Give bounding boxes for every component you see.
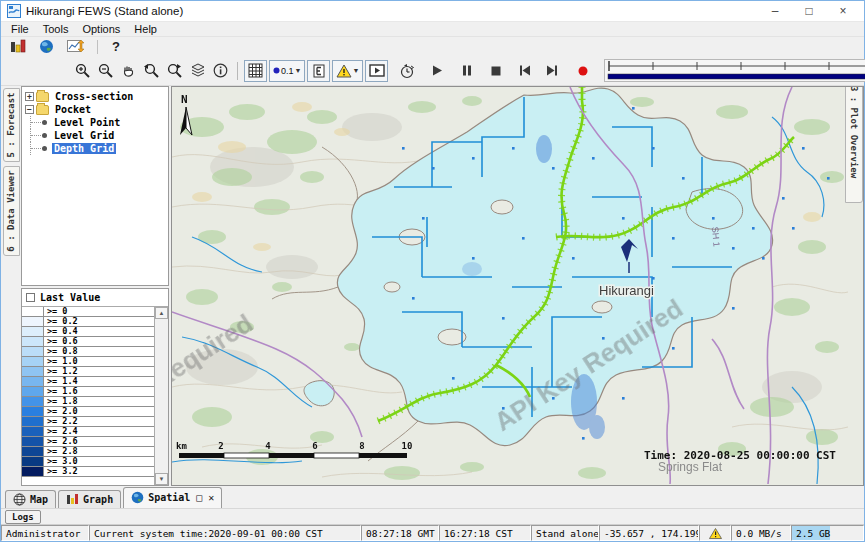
pause-button[interactable]	[455, 60, 478, 82]
step-forward-button[interactable]	[540, 60, 563, 82]
tab-graph[interactable]: Graph	[58, 490, 121, 508]
collapse-icon[interactable]: −	[25, 105, 34, 114]
tab-spatial[interactable]: Spatial □ ✕	[123, 487, 222, 508]
status-user: Administrator	[1, 525, 89, 541]
legend-row[interactable]: >= 1.6	[22, 387, 154, 397]
zoom-previous-icon[interactable]	[140, 60, 163, 82]
warning-dropdown[interactable]: ▼	[332, 60, 363, 82]
legend-label: >= 0.2	[44, 317, 154, 326]
scroll-down-icon[interactable]: ▼	[155, 473, 168, 485]
close-icon[interactable]: ×	[826, 1, 860, 21]
timeseries-icon[interactable]	[64, 36, 87, 58]
zoom-in-icon[interactable]	[71, 60, 94, 82]
legend-edit-button[interactable]	[307, 60, 330, 82]
tab-close-icon[interactable]: ✕	[208, 492, 214, 503]
time-slider[interactable]	[604, 59, 865, 82]
legend-label: >= 1.0	[44, 357, 154, 366]
menu-help[interactable]: Help	[128, 23, 163, 35]
status-coordinates: -35.657 , 174.199	[599, 525, 699, 541]
chevron-down-icon: ▼	[295, 67, 302, 74]
tab-plot-overview[interactable]: 3 : Plot Overview	[845, 86, 863, 203]
map-canvas[interactable]: Hikurangi Springs Flat SH 1 API Key Requ…	[172, 87, 848, 485]
legend-row[interactable]: >= 0.4	[22, 327, 154, 337]
tree-connector	[30, 129, 42, 142]
svg-text:2: 2	[218, 441, 223, 451]
last-value-checkbox[interactable]	[26, 293, 35, 302]
step-back-button[interactable]	[513, 60, 536, 82]
legend-label: >= 3.0	[44, 457, 154, 466]
legend-row[interactable]: >= 2.8	[22, 447, 154, 457]
legend-label: >= 2.0	[44, 407, 154, 416]
zoom-out-icon[interactable]	[94, 60, 117, 82]
legend-swatch	[22, 407, 44, 416]
tab-map[interactable]: Map	[5, 490, 56, 508]
legend-row[interactable]: >= 1.0	[22, 357, 154, 367]
svg-text:4: 4	[265, 441, 271, 451]
legend-row[interactable]: >= 0.8	[22, 347, 154, 357]
tree-item-depth-grid[interactable]: Depth Grid	[25, 142, 168, 155]
maximize-icon[interactable]: □	[792, 1, 826, 21]
logs-button[interactable]: Logs	[5, 510, 41, 524]
tab-forecast[interactable]: 5 : Forecast	[3, 88, 20, 162]
info-icon[interactable]	[209, 60, 232, 82]
legend-header: Last Value	[22, 289, 168, 307]
status-local-time: 16:27:18 CST	[439, 525, 531, 541]
legend-row[interactable]: >= 1.2	[22, 367, 154, 377]
legend-row[interactable]: >= 0.6	[22, 337, 154, 347]
window-title: Hikurangi FEWS (Stand alone)	[26, 5, 183, 17]
logs-row: Logs	[1, 508, 864, 525]
legend-row[interactable]: >= 3.2	[22, 467, 154, 477]
database-icon[interactable]	[6, 36, 29, 58]
layer-tree[interactable]: + Cross-section − Pocket Level Point	[21, 86, 169, 286]
legend-row[interactable]: >= 3.0	[22, 457, 154, 467]
legend-row[interactable]: >= 2.0	[22, 407, 154, 417]
legend-row[interactable]: >= 1.8	[22, 397, 154, 407]
tree-item-cross-section[interactable]: + Cross-section	[25, 90, 168, 103]
minimize-icon[interactable]: –	[758, 1, 792, 21]
legend-row[interactable]: >= 2.2	[22, 417, 154, 427]
legend-row[interactable]: >= 0.2	[22, 317, 154, 327]
help-button[interactable]: ?	[108, 39, 124, 54]
folder-icon	[36, 105, 49, 115]
tree-item-level-point[interactable]: Level Point	[25, 116, 168, 129]
legend-label: >= 3.2	[44, 467, 154, 476]
scale-unit: km	[176, 441, 187, 451]
menu-file[interactable]: File	[5, 23, 35, 35]
pan-hand-icon[interactable]	[117, 60, 140, 82]
legend-label: >= 2.6	[44, 437, 154, 446]
layers-icon[interactable]	[186, 60, 209, 82]
tree-item-pocket[interactable]: − Pocket	[25, 103, 168, 116]
menu-tools[interactable]: Tools	[37, 23, 75, 35]
status-warning-icon[interactable]	[699, 525, 731, 541]
tab-data-viewer[interactable]: 6 : Data Viewer	[3, 166, 20, 256]
legend-row[interactable]: >= 0	[22, 307, 154, 317]
play-button[interactable]	[426, 60, 449, 82]
legend-scrollbar[interactable]: ▲ ▼	[155, 307, 168, 485]
grid-display-button[interactable]	[244, 60, 267, 82]
scroll-up-icon[interactable]: ▲	[155, 307, 168, 319]
legend-row[interactable]: >= 2.6	[22, 437, 154, 447]
animation-timer-icon[interactable]	[395, 60, 418, 82]
legend-label: >= 2.4	[44, 427, 154, 436]
left-panel: + Cross-section − Pocket Level Point	[21, 86, 169, 486]
road-label: SH 1	[710, 226, 722, 247]
map-globe-icon[interactable]	[35, 36, 58, 58]
legend-row[interactable]: >= 2.4	[22, 427, 154, 437]
legend-label: >= 0.8	[44, 347, 154, 356]
stop-button[interactable]	[484, 60, 507, 82]
record-button[interactable]	[571, 60, 594, 82]
legend-row[interactable]: >= 1.4	[22, 377, 154, 387]
menu-options[interactable]: Options	[76, 23, 126, 35]
contour-interval-dropdown[interactable]: 0.1 ▼	[269, 60, 305, 82]
last-value-label: Last Value	[40, 292, 100, 303]
zoom-next-icon[interactable]	[163, 60, 186, 82]
tab-maximize-icon[interactable]: □	[196, 492, 202, 503]
tree-item-level-grid[interactable]: Level Grid	[25, 129, 168, 142]
expand-icon[interactable]: +	[25, 92, 34, 101]
map-view[interactable]: Hikurangi Springs Flat SH 1 API Key Requ…	[171, 86, 864, 486]
legend-swatch	[22, 347, 44, 356]
legend-label: >= 2.8	[44, 447, 154, 456]
legend-swatch	[22, 437, 44, 446]
animation-panel-button[interactable]	[365, 60, 388, 82]
svg-text:N: N	[181, 93, 188, 106]
